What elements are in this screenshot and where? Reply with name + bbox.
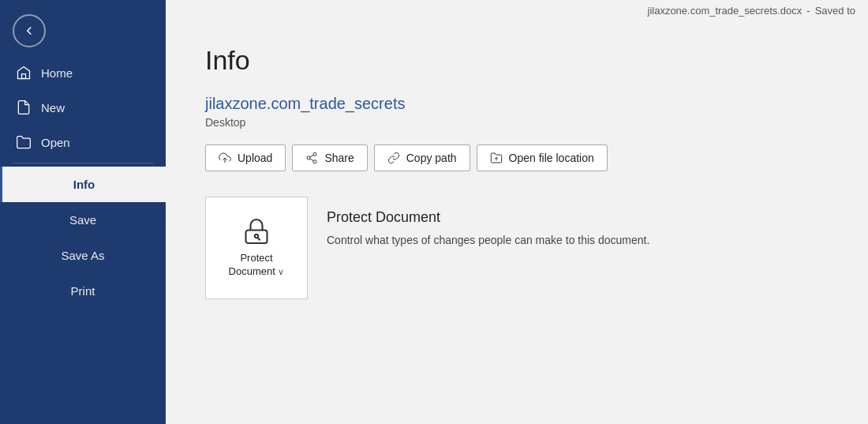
share-label: Share bbox=[324, 152, 354, 164]
sidebar-item-label: New bbox=[41, 101, 65, 114]
protect-section: Protect Document ∨ Protect Document Cont… bbox=[205, 197, 829, 299]
sidebar: Home New Open Info Save Save As Print bbox=[0, 0, 166, 424]
sidebar-item-home[interactable]: Home bbox=[0, 55, 166, 90]
sidebar-item-label: Print bbox=[71, 284, 95, 298]
lock-search-icon bbox=[242, 217, 271, 246]
sidebar-item-new[interactable]: New bbox=[0, 90, 166, 125]
doc-location: Desktop bbox=[205, 116, 829, 129]
copy-path-button[interactable]: Copy path bbox=[374, 144, 470, 171]
back-button[interactable] bbox=[13, 14, 46, 47]
svg-line-5 bbox=[310, 159, 314, 161]
sidebar-item-save-as[interactable]: Save As bbox=[0, 238, 166, 273]
protect-info: Protect Document Control what types of c… bbox=[308, 197, 668, 261]
share-icon bbox=[305, 152, 318, 164]
back-icon bbox=[22, 24, 36, 38]
main-content: jilaxzone.com_trade_secrets.docx - Saved… bbox=[166, 0, 868, 424]
copy-path-icon bbox=[387, 152, 400, 164]
sidebar-divider bbox=[13, 163, 153, 163]
sidebar-item-label: Info bbox=[73, 178, 95, 191]
share-button[interactable]: Share bbox=[292, 144, 367, 171]
svg-line-6 bbox=[310, 155, 314, 157]
title-bar: jilaxzone.com_trade_secrets.docx - Saved… bbox=[166, 0, 868, 21]
upload-button[interactable]: Upload bbox=[205, 144, 286, 171]
separator-text: - bbox=[806, 5, 810, 17]
sidebar-item-label: Home bbox=[41, 66, 73, 80]
svg-point-2 bbox=[313, 152, 316, 156]
protect-document-card[interactable]: Protect Document ∨ bbox=[205, 197, 308, 299]
sidebar-item-print[interactable]: Print bbox=[0, 273, 166, 309]
page-title: Info bbox=[205, 45, 829, 76]
svg-rect-0 bbox=[22, 74, 26, 79]
sidebar-item-save[interactable]: Save bbox=[0, 202, 166, 238]
sidebar-item-label: Open bbox=[41, 136, 70, 149]
action-buttons: Upload Share Copy path bbox=[205, 144, 829, 171]
upload-label: Upload bbox=[238, 152, 272, 164]
svg-line-10 bbox=[258, 238, 260, 240]
status-text: Saved to bbox=[815, 5, 855, 17]
protect-description: Control what types of changes people can… bbox=[327, 232, 649, 249]
copy-path-label: Copy path bbox=[406, 152, 457, 164]
new-icon bbox=[16, 99, 32, 115]
sidebar-item-label: Save As bbox=[61, 249, 104, 262]
sidebar-item-open[interactable]: Open bbox=[0, 125, 166, 159]
svg-point-4 bbox=[313, 160, 316, 163]
open-icon bbox=[16, 134, 32, 150]
svg-point-3 bbox=[307, 156, 310, 159]
protect-card-label: Protect Document ∨ bbox=[215, 252, 297, 279]
home-icon bbox=[16, 65, 32, 81]
svg-point-9 bbox=[255, 235, 259, 238]
protect-title: Protect Document bbox=[327, 209, 649, 226]
open-file-location-label: Open file location bbox=[509, 152, 594, 164]
svg-rect-8 bbox=[246, 231, 268, 244]
sidebar-item-label: Save bbox=[69, 213, 96, 227]
open-file-location-button[interactable]: Open file location bbox=[477, 144, 608, 171]
doc-title-link[interactable]: jilaxzone.com_trade_secrets bbox=[205, 95, 829, 113]
filename-text: jilaxzone.com_trade_secrets.docx bbox=[648, 5, 803, 17]
content-area: Info jilaxzone.com_trade_secrets Desktop… bbox=[166, 21, 868, 424]
protect-card-arrow: ∨ bbox=[278, 267, 284, 276]
folder-icon bbox=[490, 152, 503, 164]
upload-icon bbox=[219, 152, 231, 164]
sidebar-item-info[interactable]: Info bbox=[0, 167, 166, 202]
